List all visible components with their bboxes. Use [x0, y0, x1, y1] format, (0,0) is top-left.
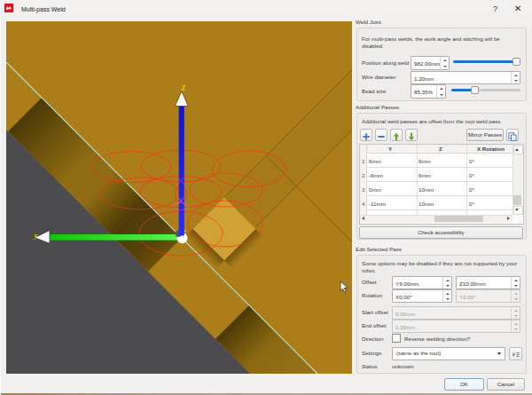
svg-text:y: y — [34, 231, 38, 240]
svg-text:Z: Z — [181, 84, 185, 92]
